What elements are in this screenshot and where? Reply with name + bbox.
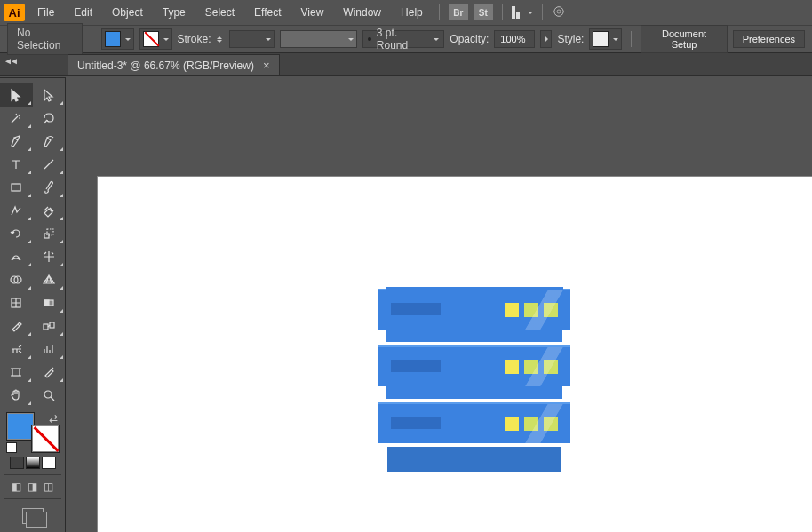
svg-rect-10 — [50, 322, 54, 328]
fill-color-picker[interactable] — [101, 28, 134, 50]
artwork-server-icon[interactable] — [378, 289, 570, 472]
svg-point-12 — [44, 391, 52, 398]
chevron-down-icon — [163, 38, 169, 41]
menu-select[interactable]: Select — [198, 3, 242, 22]
stroke-swatch[interactable] — [31, 425, 60, 453]
close-icon[interactable]: × — [263, 59, 270, 72]
brush-name: 3 pt. Round — [377, 27, 426, 52]
gpu-preview-icon[interactable] — [552, 4, 566, 21]
curvature-tool[interactable] — [33, 130, 66, 153]
zoom-tool[interactable] — [33, 384, 66, 407]
lasso-tool[interactable] — [33, 107, 66, 130]
app-logo-icon: Ai — [4, 4, 25, 21]
perspective-grid-tool[interactable] — [33, 268, 66, 291]
stroke-color-picker[interactable] — [139, 28, 172, 50]
gradient-tool[interactable] — [33, 291, 66, 314]
menu-view[interactable]: View — [294, 3, 331, 22]
opacity-label: Opacity: — [450, 33, 489, 45]
chevron-down-icon[interactable] — [528, 12, 533, 14]
artboard[interactable] — [98, 177, 812, 532]
svg-point-0 — [557, 10, 561, 13]
color-mode-gradient[interactable] — [26, 457, 40, 469]
artboard-tool[interactable] — [0, 361, 33, 384]
selection-tool[interactable] — [0, 83, 33, 107]
svg-rect-11 — [12, 369, 20, 376]
width-tool[interactable] — [0, 245, 33, 268]
menu-file[interactable]: File — [30, 3, 61, 22]
color-mode-row — [0, 457, 65, 469]
rectangle-tool[interactable] — [0, 176, 33, 199]
document-tab-strip: Untitled-3* @ 66.67% (RGB/Preview) × — [0, 53, 812, 76]
hand-tool[interactable] — [0, 384, 33, 407]
direct-selection-tool[interactable] — [33, 83, 66, 107]
pen-tool[interactable] — [0, 130, 33, 153]
shaper-tool[interactable] — [0, 199, 33, 222]
selection-indicator[interactable]: No Selection — [7, 23, 83, 55]
separator — [439, 4, 440, 20]
style-swatch-icon — [593, 31, 609, 47]
fill-stroke-swatches[interactable]: ⇄ — [6, 412, 60, 453]
menu-edit[interactable]: Edit — [67, 3, 100, 22]
mesh-tool[interactable] — [0, 291, 33, 314]
tab-title: Untitled-3* @ 66.67% (RGB/Preview) — [77, 60, 254, 72]
draw-inside-icon[interactable]: ◫ — [42, 480, 56, 493]
color-mode-color[interactable] — [10, 457, 24, 469]
menu-object[interactable]: Object — [105, 3, 150, 22]
magic-wand-tool[interactable] — [0, 107, 33, 130]
swap-fill-stroke-icon[interactable]: ⇄ — [49, 412, 58, 425]
menu-help[interactable]: Help — [394, 3, 430, 22]
default-fill-stroke-icon[interactable] — [6, 442, 17, 453]
draw-behind-icon[interactable]: ◨ — [26, 480, 40, 493]
menu-effect[interactable]: Effect — [247, 3, 288, 22]
type-tool[interactable] — [0, 153, 33, 176]
svg-rect-3 — [47, 229, 53, 235]
stroke-none-swatch-icon — [143, 31, 159, 47]
preferences-button[interactable]: Preferences — [733, 30, 805, 48]
stock-button[interactable]: St — [474, 4, 493, 20]
graphic-style-picker[interactable] — [589, 28, 622, 50]
svg-rect-1 — [12, 184, 20, 191]
blend-tool[interactable] — [33, 314, 66, 337]
tool-grid — [0, 83, 65, 407]
separator — [631, 31, 632, 47]
symbol-sprayer-tool[interactable] — [0, 337, 33, 361]
draw-normal-icon[interactable]: ◧ — [10, 480, 24, 493]
paintbrush-tool[interactable] — [33, 176, 66, 199]
stroke-weight-stepper[interactable] — [215, 36, 224, 43]
chevron-down-icon — [125, 38, 131, 41]
shape-builder-tool[interactable] — [0, 268, 33, 291]
style-label: Style: — [557, 33, 584, 45]
svg-rect-9 — [44, 324, 48, 330]
tools-panel: ⇄ ◧ ◨ ◫ — [0, 77, 66, 532]
separator — [542, 4, 543, 20]
eraser-tool[interactable] — [33, 199, 66, 222]
draw-mode-row: ◧ ◨ ◫ — [0, 480, 65, 493]
document-setup-button[interactable]: Document Setup — [641, 25, 727, 53]
opacity-input[interactable] — [494, 30, 535, 48]
variable-width-profile-dropdown[interactable] — [280, 30, 357, 48]
color-mode-none[interactable] — [42, 457, 56, 469]
server-rack-3 — [378, 402, 570, 443]
brush-definition-dropdown[interactable]: 3 pt. Round — [362, 30, 444, 48]
menu-window[interactable]: Window — [336, 3, 388, 22]
document-tab[interactable]: Untitled-3* @ 66.67% (RGB/Preview) × — [68, 54, 280, 75]
slice-tool[interactable] — [33, 361, 66, 384]
free-transform-tool[interactable] — [33, 245, 66, 268]
arrange-documents-icon[interactable] — [512, 6, 520, 19]
eyedropper-tool[interactable] — [0, 314, 33, 337]
expand-panels-icon[interactable]: ◄◄ — [4, 56, 16, 66]
menu-type[interactable]: Type — [155, 3, 193, 22]
control-bar: No Selection Stroke: 3 pt. Round Opacity… — [0, 25, 812, 53]
bridge-button[interactable]: Br — [449, 4, 468, 20]
stroke-weight-dropdown[interactable] — [229, 30, 275, 48]
chevron-down-icon — [266, 38, 271, 41]
column-graph-tool[interactable] — [33, 337, 66, 361]
brush-dot-icon — [368, 37, 371, 41]
opacity-slider-toggle[interactable] — [540, 30, 552, 48]
divider — [4, 498, 61, 499]
line-tool[interactable] — [33, 153, 66, 176]
canvas[interactable] — [66, 77, 812, 532]
scale-tool[interactable] — [33, 222, 66, 245]
screen-mode-icon[interactable] — [22, 508, 44, 524]
rotate-tool[interactable] — [0, 222, 33, 245]
